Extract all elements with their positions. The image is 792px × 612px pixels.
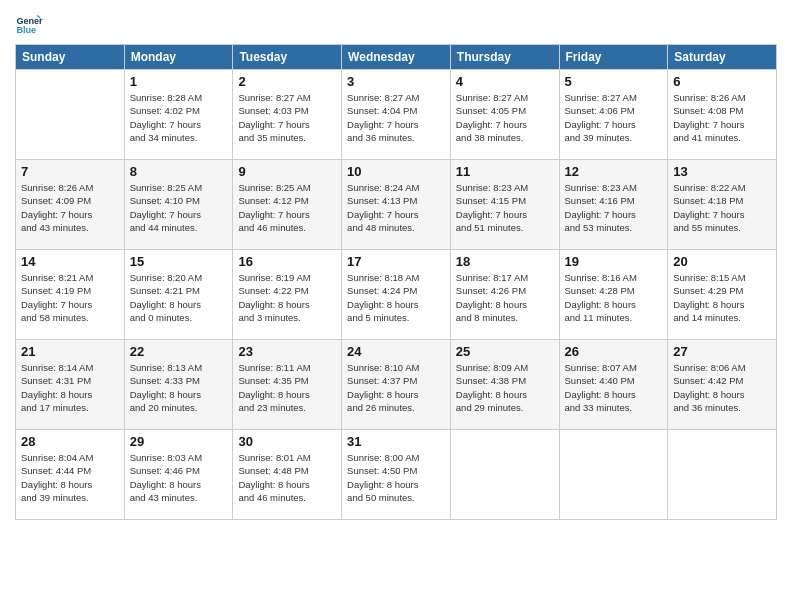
cell-info: Sunrise: 8:17 AM Sunset: 4:26 PM Dayligh… [456,271,554,324]
col-header-friday: Friday [559,45,668,70]
calendar-cell: 11Sunrise: 8:23 AM Sunset: 4:15 PM Dayli… [450,160,559,250]
cell-info: Sunrise: 8:04 AM Sunset: 4:44 PM Dayligh… [21,451,119,504]
week-row-1: 1Sunrise: 8:28 AM Sunset: 4:02 PM Daylig… [16,70,777,160]
cell-day-number: 12 [565,164,663,179]
cell-day-number: 6 [673,74,771,89]
cell-day-number: 24 [347,344,445,359]
cell-info: Sunrise: 8:22 AM Sunset: 4:18 PM Dayligh… [673,181,771,234]
calendar-cell: 25Sunrise: 8:09 AM Sunset: 4:38 PM Dayli… [450,340,559,430]
col-header-sunday: Sunday [16,45,125,70]
cell-info: Sunrise: 8:06 AM Sunset: 4:42 PM Dayligh… [673,361,771,414]
cell-info: Sunrise: 8:19 AM Sunset: 4:22 PM Dayligh… [238,271,336,324]
calendar-cell: 10Sunrise: 8:24 AM Sunset: 4:13 PM Dayli… [342,160,451,250]
calendar-cell: 28Sunrise: 8:04 AM Sunset: 4:44 PM Dayli… [16,430,125,520]
cell-info: Sunrise: 8:27 AM Sunset: 4:04 PM Dayligh… [347,91,445,144]
cell-info: Sunrise: 8:28 AM Sunset: 4:02 PM Dayligh… [130,91,228,144]
cell-info: Sunrise: 8:27 AM Sunset: 4:03 PM Dayligh… [238,91,336,144]
col-header-tuesday: Tuesday [233,45,342,70]
calendar-cell [450,430,559,520]
week-row-5: 28Sunrise: 8:04 AM Sunset: 4:44 PM Dayli… [16,430,777,520]
cell-day-number: 16 [238,254,336,269]
calendar-cell: 9Sunrise: 8:25 AM Sunset: 4:12 PM Daylig… [233,160,342,250]
cell-info: Sunrise: 8:27 AM Sunset: 4:06 PM Dayligh… [565,91,663,144]
calendar-cell: 20Sunrise: 8:15 AM Sunset: 4:29 PM Dayli… [668,250,777,340]
cell-info: Sunrise: 8:13 AM Sunset: 4:33 PM Dayligh… [130,361,228,414]
col-header-monday: Monday [124,45,233,70]
col-header-wednesday: Wednesday [342,45,451,70]
cell-day-number: 28 [21,434,119,449]
cell-day-number: 23 [238,344,336,359]
cell-info: Sunrise: 8:26 AM Sunset: 4:08 PM Dayligh… [673,91,771,144]
cell-info: Sunrise: 8:11 AM Sunset: 4:35 PM Dayligh… [238,361,336,414]
cell-day-number: 31 [347,434,445,449]
calendar-cell: 12Sunrise: 8:23 AM Sunset: 4:16 PM Dayli… [559,160,668,250]
cell-day-number: 8 [130,164,228,179]
calendar-cell: 30Sunrise: 8:01 AM Sunset: 4:48 PM Dayli… [233,430,342,520]
logo-icon: General Blue [15,10,43,38]
calendar-cell [16,70,125,160]
calendar-cell [668,430,777,520]
calendar-cell: 17Sunrise: 8:18 AM Sunset: 4:24 PM Dayli… [342,250,451,340]
calendar-cell: 6Sunrise: 8:26 AM Sunset: 4:08 PM Daylig… [668,70,777,160]
cell-day-number: 22 [130,344,228,359]
cell-day-number: 26 [565,344,663,359]
cell-day-number: 2 [238,74,336,89]
cell-info: Sunrise: 8:25 AM Sunset: 4:12 PM Dayligh… [238,181,336,234]
cell-day-number: 19 [565,254,663,269]
calendar-cell: 23Sunrise: 8:11 AM Sunset: 4:35 PM Dayli… [233,340,342,430]
logo: General Blue [15,10,47,38]
page-header: General Blue [15,10,777,38]
cell-info: Sunrise: 8:21 AM Sunset: 4:19 PM Dayligh… [21,271,119,324]
week-row-4: 21Sunrise: 8:14 AM Sunset: 4:31 PM Dayli… [16,340,777,430]
calendar-cell: 31Sunrise: 8:00 AM Sunset: 4:50 PM Dayli… [342,430,451,520]
calendar-cell: 24Sunrise: 8:10 AM Sunset: 4:37 PM Dayli… [342,340,451,430]
cell-day-number: 14 [21,254,119,269]
calendar-cell: 3Sunrise: 8:27 AM Sunset: 4:04 PM Daylig… [342,70,451,160]
calendar-cell: 2Sunrise: 8:27 AM Sunset: 4:03 PM Daylig… [233,70,342,160]
calendar-cell: 26Sunrise: 8:07 AM Sunset: 4:40 PM Dayli… [559,340,668,430]
cell-info: Sunrise: 8:18 AM Sunset: 4:24 PM Dayligh… [347,271,445,324]
cell-day-number: 20 [673,254,771,269]
cell-info: Sunrise: 8:16 AM Sunset: 4:28 PM Dayligh… [565,271,663,324]
cell-info: Sunrise: 8:10 AM Sunset: 4:37 PM Dayligh… [347,361,445,414]
cell-day-number: 30 [238,434,336,449]
cell-info: Sunrise: 8:15 AM Sunset: 4:29 PM Dayligh… [673,271,771,324]
col-header-thursday: Thursday [450,45,559,70]
calendar-cell: 29Sunrise: 8:03 AM Sunset: 4:46 PM Dayli… [124,430,233,520]
cell-info: Sunrise: 8:09 AM Sunset: 4:38 PM Dayligh… [456,361,554,414]
cell-day-number: 5 [565,74,663,89]
cell-info: Sunrise: 8:25 AM Sunset: 4:10 PM Dayligh… [130,181,228,234]
cell-day-number: 9 [238,164,336,179]
week-row-3: 14Sunrise: 8:21 AM Sunset: 4:19 PM Dayli… [16,250,777,340]
cell-info: Sunrise: 8:23 AM Sunset: 4:15 PM Dayligh… [456,181,554,234]
cell-info: Sunrise: 8:24 AM Sunset: 4:13 PM Dayligh… [347,181,445,234]
col-header-saturday: Saturday [668,45,777,70]
cell-day-number: 11 [456,164,554,179]
cell-day-number: 18 [456,254,554,269]
cell-info: Sunrise: 8:20 AM Sunset: 4:21 PM Dayligh… [130,271,228,324]
cell-day-number: 1 [130,74,228,89]
calendar-cell: 19Sunrise: 8:16 AM Sunset: 4:28 PM Dayli… [559,250,668,340]
cell-day-number: 29 [130,434,228,449]
calendar-cell: 16Sunrise: 8:19 AM Sunset: 4:22 PM Dayli… [233,250,342,340]
cell-day-number: 3 [347,74,445,89]
calendar-cell [559,430,668,520]
cell-day-number: 7 [21,164,119,179]
cell-day-number: 21 [21,344,119,359]
svg-text:Blue: Blue [16,25,36,35]
cell-info: Sunrise: 8:26 AM Sunset: 4:09 PM Dayligh… [21,181,119,234]
calendar-cell: 13Sunrise: 8:22 AM Sunset: 4:18 PM Dayli… [668,160,777,250]
cell-info: Sunrise: 8:00 AM Sunset: 4:50 PM Dayligh… [347,451,445,504]
cell-info: Sunrise: 8:01 AM Sunset: 4:48 PM Dayligh… [238,451,336,504]
calendar-cell: 1Sunrise: 8:28 AM Sunset: 4:02 PM Daylig… [124,70,233,160]
calendar-cell: 18Sunrise: 8:17 AM Sunset: 4:26 PM Dayli… [450,250,559,340]
calendar-cell: 27Sunrise: 8:06 AM Sunset: 4:42 PM Dayli… [668,340,777,430]
calendar-cell: 5Sunrise: 8:27 AM Sunset: 4:06 PM Daylig… [559,70,668,160]
cell-day-number: 25 [456,344,554,359]
cell-info: Sunrise: 8:03 AM Sunset: 4:46 PM Dayligh… [130,451,228,504]
cell-info: Sunrise: 8:23 AM Sunset: 4:16 PM Dayligh… [565,181,663,234]
calendar-table: SundayMondayTuesdayWednesdayThursdayFrid… [15,44,777,520]
cell-day-number: 4 [456,74,554,89]
cell-info: Sunrise: 8:27 AM Sunset: 4:05 PM Dayligh… [456,91,554,144]
calendar-cell: 15Sunrise: 8:20 AM Sunset: 4:21 PM Dayli… [124,250,233,340]
